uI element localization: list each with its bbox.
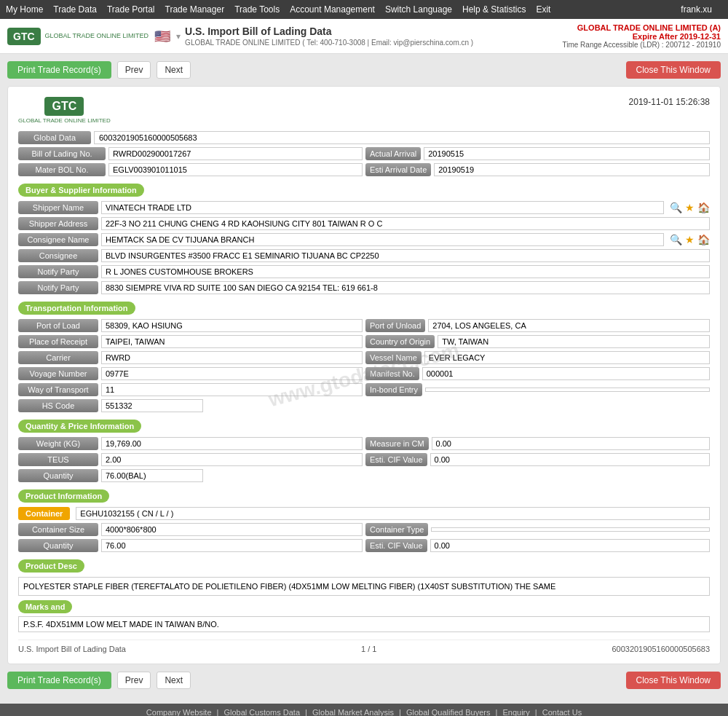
receipt-origin-row: Place of Receipt TAIPEI, TAIWAN Country … (18, 335, 710, 348)
carrier-pair: Carrier RWRD (18, 351, 363, 364)
esti-cif-label: Esti. CIF Value (365, 453, 427, 466)
nav-myhome[interactable]: My Home (6, 4, 43, 15)
link-contact[interactable]: Contact Us (542, 708, 582, 716)
carrier-vessel-row: Carrier RWRD Vessel Name EVER LEGACY (18, 351, 710, 364)
weight-pair: Weight (KG) 19,769.00 (18, 437, 363, 450)
home-icon-2[interactable]: 🏠 (697, 234, 710, 245)
shipper-address-value: 22F-3 NO 211 CHUNG CHENG 4 RD KAOHSIUNG … (101, 217, 710, 230)
hs-code-label: HS Code (18, 399, 98, 412)
place-receipt-value: TAIPEI, TAIWAN (101, 335, 363, 348)
nav-tradedata[interactable]: Trade Data (53, 4, 97, 15)
buyer-supplier-label: Buyer & Supplier Information (18, 184, 144, 197)
link-company-website[interactable]: Company Website (146, 708, 212, 716)
esti-arrival-value: 20190519 (434, 163, 710, 176)
notify-party-2-value: 8830 SIEMPRE VIVA RD SUITE 100 SAN DIEGO… (101, 281, 710, 294)
prev-button-top[interactable]: Prev (117, 61, 151, 79)
vessel-name-label: Vessel Name (365, 351, 422, 364)
container-type-label: Container Type (365, 523, 428, 536)
nav-accountmgmt[interactable]: Account Management (290, 4, 375, 15)
footer-center: 1 / 1 (361, 645, 376, 653)
actual-arrival-pair: Actual Arrival 20190515 (365, 147, 710, 160)
print-button-top[interactable]: Print Trade Record(s) (7, 61, 111, 79)
container-type-pair: Container Type (365, 523, 710, 536)
header-bar: GTC GLOBAL TRADE ONLINE LIMITED 🇺🇸 ▾ U.S… (0, 19, 728, 54)
link-customs-data[interactable]: Global Customs Data (224, 708, 301, 716)
next-button-top[interactable]: Next (157, 61, 191, 79)
record-logo: GTC GLOBAL TRADE ONLINE LIMITED (18, 97, 111, 124)
transportation-label: Transportation Information (18, 302, 135, 315)
nav-help[interactable]: Help & Statistics (462, 4, 526, 15)
logo-icon: GTC (7, 28, 41, 45)
teus-pair: TEUS 2.00 (18, 453, 363, 466)
bottom-links: Company Website | Global Customs Data | … (143, 708, 585, 716)
record-logo-box: GTC (44, 97, 84, 116)
star-icon[interactable]: ★ (685, 202, 695, 213)
nav-switchlang[interactable]: Switch Language (385, 4, 452, 15)
mater-bol-value: EGLV003901011015 (108, 163, 363, 176)
port-load-pair: Port of Load 58309, KAO HSIUNG (18, 319, 363, 332)
product-section-label: Product Information (18, 489, 109, 503)
mater-bol-label: Mater BOL No. (18, 163, 106, 176)
actual-arrival-value: 20190515 (424, 147, 710, 160)
nav-trademanager[interactable]: Trade Manager (165, 4, 225, 15)
record-timestamp: 2019-11-01 15:26:38 (629, 97, 710, 107)
prev-button-bottom[interactable]: Prev (117, 672, 151, 689)
notify-party-2-label: Notify Party (18, 281, 98, 294)
vessel-name-value: EVER LEGACY (424, 351, 710, 364)
nav-tradeportal[interactable]: Trade Portal (107, 4, 155, 15)
star-icon-2[interactable]: ★ (685, 234, 695, 245)
notify-party-2-row: Notify Party 8830 SIEMPRE VIVA RD SUITE … (18, 281, 710, 294)
logo-subtext: GLOBAL TRADE ONLINE LIMITED (45, 32, 149, 40)
link-market-analysis[interactable]: Global Market Analysis (312, 708, 394, 716)
search-icon-2[interactable]: 🔍 (670, 234, 682, 245)
link-enquiry[interactable]: Enquiry (502, 708, 529, 716)
way-transport-label: Way of Transport (18, 383, 98, 396)
record-logo-sub: GLOBAL TRADE ONLINE LIMITED (18, 117, 111, 124)
notify-party-1-row: Notify Party R L JONES CUSTOMHOUSE BROKE… (18, 265, 710, 278)
close-button-top[interactable]: Close This Window (626, 61, 721, 79)
record-card: www.gtodatacc.com GTC GLOBAL TRADE ONLIN… (7, 86, 721, 664)
next-button-bottom[interactable]: Next (157, 672, 191, 689)
nav-tradetools[interactable]: Trade Tools (234, 4, 280, 15)
print-button-bottom[interactable]: Print Trade Record(s) (7, 672, 111, 689)
in-bond-label: In-bond Entry (365, 383, 422, 396)
company-info: GLOBAL TRADE ONLINE LIMITED ( Tel: 400-7… (185, 39, 473, 47)
global-data-label: Global Data (18, 131, 91, 144)
home-icon[interactable]: 🏠 (697, 202, 710, 213)
nav-exit[interactable]: Exit (536, 4, 550, 15)
consignee-name-row: Consignee Name HEMTACK SA DE CV TIJUANA … (18, 233, 710, 246)
way-transport-pair: Way of Transport 11 (18, 383, 363, 396)
top-toolbar: Print Trade Record(s) Prev Next Close Th… (7, 61, 721, 79)
flag-icon: 🇺🇸 (154, 28, 170, 44)
container-size-value: 4000*806*800 (101, 523, 363, 536)
shipper-name-value: VINATECH TRADE LTD (101, 201, 664, 214)
measure-label: Measure in CM (365, 437, 429, 450)
consignee-name-value: HEMTACK SA DE CV TIJUANA BRANCH (101, 233, 664, 246)
quantity-pair: Quantity 76.00(BAL) (18, 469, 203, 482)
search-icon[interactable]: 🔍 (670, 202, 682, 213)
voyage-manifest-row: Voyage Number 0977E Manifest No. 000001 (18, 367, 710, 380)
port-load-value: 58309, KAO HSIUNG (101, 319, 363, 332)
close-button-bottom[interactable]: Close This Window (626, 672, 721, 689)
prod-qty-cif-row: Quantity 76.00 Esti. CIF Value 0.00 (18, 539, 710, 552)
bol-label: Bill of Lading No. (18, 147, 106, 160)
container-badge: Container (18, 507, 70, 520)
voyage-pair: Voyage Number 0977E (18, 367, 363, 380)
transport-bond-row: Way of Transport 11 In-bond Entry (18, 383, 710, 396)
global-data-value: 6003201905160000505683 (94, 131, 710, 144)
in-bond-value (425, 387, 710, 392)
notify-party-1-value: R L JONES CUSTOMHOUSE BROKERS (101, 265, 710, 278)
measure-value: 0.00 (432, 437, 710, 450)
port-unload-label: Port of Unload (365, 319, 425, 332)
quantity-price-label: Quantity & Price Information (18, 420, 141, 433)
shipper-name-label: Shipper Name (18, 201, 98, 214)
global-data-row: Global Data 6003201905160000505683 (18, 131, 710, 144)
consignee-label: Consignee (18, 249, 98, 262)
container-type-value (431, 527, 710, 532)
country-origin-value: TW, TAIWAN (438, 335, 710, 348)
record-footer: U.S. Import Bill of Lading Data 1 / 1 60… (18, 640, 710, 653)
hs-code-row: HS Code 551332 (18, 399, 710, 412)
link-qualified-buyers[interactable]: Global Qualified Buyers (406, 708, 491, 716)
username-display: frank.xu (681, 4, 712, 15)
manifest-label: Manifest No. (365, 367, 419, 380)
